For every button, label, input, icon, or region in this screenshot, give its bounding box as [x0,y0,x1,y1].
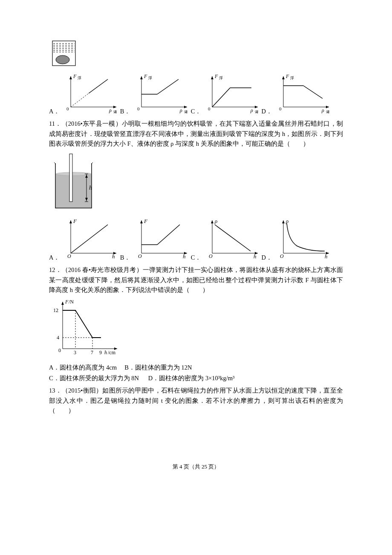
q10-graph-C: 0 F浮 ρ液 [205,73,260,116]
svg-text:h: h [183,253,186,260]
svg-text:h: h [89,185,92,191]
q11-graph-A: O F h [63,217,118,263]
svg-text:9: 9 [99,350,102,356]
q11-graph-D: O ρ h [276,217,331,263]
svg-text:0: 0 [208,106,210,111]
svg-text:h: h [254,253,257,260]
svg-text:0: 0 [66,106,69,111]
svg-text:/N: /N [69,299,74,305]
q10-diagram-beaker [49,38,343,71]
svg-line-18 [89,79,108,93]
svg-text:ρ: ρ [250,107,253,113]
q12-optA: A．圆柱体的高度为 4cm [49,364,117,371]
svg-line-85 [215,225,251,251]
q12-graph: F/N h/cm 0 12 4 3 7 9 [49,298,343,360]
svg-text:浮: 浮 [290,76,294,80]
svg-line-17 [71,93,89,107]
svg-text:ρ: ρ [285,218,288,224]
svg-text:F: F [144,218,148,224]
q11-options: A． O F h B． O F h C． O ρ h [49,217,343,263]
svg-marker-72 [140,220,143,223]
svg-text:浮: 浮 [78,76,81,80]
q11-label-B: B． [120,253,131,263]
svg-text:h: h [325,253,328,260]
q12-line-ab: A．圆柱体的高度为 4cm B．圆柱体的重力为 12N [49,363,343,373]
svg-text:0: 0 [137,106,140,111]
svg-marker-20 [184,106,187,108]
svg-text:/cm: /cm [108,350,116,356]
q11-diagram-beaker: h [49,150,343,215]
svg-text:7: 7 [91,350,93,356]
svg-text:12: 12 [53,307,58,313]
q11-label-D: D． [262,253,272,263]
svg-rect-54 [69,154,72,202]
svg-text:O: O [209,253,213,259]
svg-text:h: h [104,350,107,356]
svg-marker-31 [255,106,258,108]
svg-text:液: 液 [184,110,188,113]
svg-text:浮: 浮 [148,76,152,80]
svg-point-7 [56,55,69,64]
q12-line-cd: C．圆柱体所受的最大浮力为 8N D．圆柱体的密度为 3×10³kg/m³ [49,373,343,383]
svg-rect-52 [56,174,91,208]
svg-text:F: F [214,73,218,79]
q10-options: A． 0 F浮 ρ液 B． 0 F浮 ρ液 C． 0 F浮 ρ液 [49,73,343,116]
q11-graph-B: O F h [134,217,189,263]
svg-marker-96 [61,302,64,305]
svg-text:4: 4 [57,335,59,341]
q12-optC: C．圆柱体所受的最大浮力为 8N [49,375,139,382]
svg-text:ρ: ρ [179,107,182,113]
svg-text:h: h [112,253,115,260]
svg-text:液: 液 [326,110,330,113]
svg-text:液: 液 [113,110,117,113]
svg-text:F: F [73,218,77,224]
svg-text:0: 0 [58,347,61,353]
svg-line-68 [71,225,108,253]
q11-label-A: A． [49,253,60,263]
svg-marker-22 [140,76,143,79]
svg-marker-89 [282,220,285,223]
svg-marker-33 [211,76,213,79]
svg-marker-42 [326,106,329,108]
svg-text:3: 3 [74,350,76,356]
q12-text: 12．（2016 春•寿光市校级月考）一弹簧测力计下挂一实心圆柱体，将圆柱体从盛… [49,265,343,295]
svg-text:O: O [280,253,284,259]
q10-label-D: D． [262,107,272,116]
svg-marker-11 [69,76,72,79]
svg-line-29 [157,79,179,94]
q10-graph-B: 0 F浮 ρ液 [134,73,189,116]
svg-text:0: 0 [279,106,282,111]
q10-label-C: C． [191,107,202,116]
svg-text:O: O [138,253,142,259]
svg-text:ρ: ρ [321,107,324,113]
page-footer: 第 4 页（共 25 页） [49,462,343,471]
svg-text:O: O [67,253,71,259]
svg-text:ρ: ρ [109,107,112,113]
q12-optD: D．圆柱体的密度为 3×10³kg/m³ [148,375,235,382]
q10-label-A: A． [49,107,60,116]
svg-line-77 [157,225,180,245]
svg-text:F: F [144,73,147,79]
q10-graph-A: 0 F浮 ρ液 [63,73,118,116]
svg-marker-64 [69,220,72,223]
q11-label-C: C． [191,253,202,263]
svg-text:F: F [285,73,289,79]
svg-text:F: F [65,299,69,305]
svg-line-51 [303,86,323,98]
svg-text:液: 液 [255,110,259,113]
q10-label-B: B． [120,107,131,116]
svg-text:ρ: ρ [214,218,217,224]
q13-text: 13．（2015•衡阳）如图所示的甲图中，石料在钢绳拉力的作用下从水面上方以恒定… [49,386,343,416]
svg-text:F: F [73,73,77,79]
svg-marker-81 [211,220,213,223]
q11-text: 11．（2016•东平县一模）小明取一根粗细均匀的饮料吸管，在其下端塞入适量金属… [49,119,343,149]
svg-marker-9 [113,106,116,108]
svg-line-39 [212,88,230,107]
q11-graph-C: O ρ h [205,217,260,263]
q12-optB: B．圆柱体的重力为 12N [124,364,192,371]
svg-marker-44 [282,76,285,79]
q10-graph-D: 0 F浮 ρ液 [276,73,331,116]
svg-text:浮: 浮 [219,76,223,80]
